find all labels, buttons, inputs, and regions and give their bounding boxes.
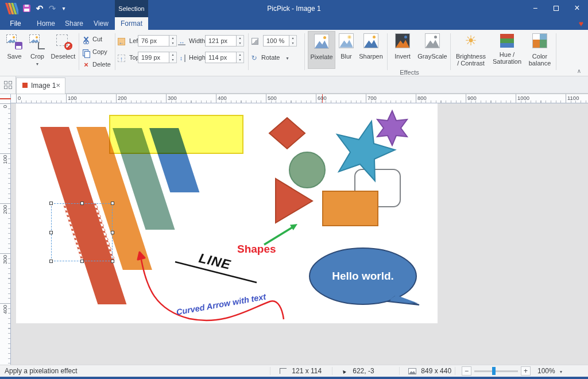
document-icon [22, 83, 28, 88]
pixelate-button[interactable]: Pixelate [308, 31, 335, 69]
zoom-slider[interactable] [474, 370, 518, 372]
zoom-dropdown-icon[interactable]: ▾ [560, 369, 562, 374]
top-input[interactable]: 199 px [138, 52, 169, 63]
workspace: Shapes LINE Curved Arrow with text Hello… [11, 103, 588, 365]
selection-handle-e[interactable] [111, 231, 114, 234]
close-button[interactable]: × [566, 0, 588, 17]
tab-home[interactable]: Home [33, 17, 59, 30]
ribbon: Save Crop▾ Deselect Cut Copy × Delete ← … [0, 30, 588, 76]
hruler-label: 500 [268, 95, 277, 101]
deselect-button[interactable]: Deselect [49, 31, 77, 69]
vruler-label: 200 [2, 205, 8, 214]
title-bar: ↶ ↷ ▾ Selection PicPick - Image 1 − × [0, 0, 588, 17]
left-spinner[interactable]: ▴▾ [169, 35, 177, 47]
height-input[interactable]: 114 px [205, 52, 237, 63]
tab-file[interactable]: File [5, 17, 26, 30]
hue-saturation-icon [500, 34, 514, 48]
selection-size-icon [280, 368, 287, 374]
vruler-label: 400 [2, 305, 8, 314]
selection-handle-n[interactable] [80, 202, 84, 205]
status-selection-size: 121 x 114 [280, 365, 322, 377]
shapes-label: Shapes [237, 243, 276, 256]
vruler-label: 100 [2, 155, 8, 164]
status-message: Apply a pixelation effect [5, 365, 78, 377]
redo-icon[interactable]: ↷ [46, 0, 59, 17]
left-position-icon: ← [118, 38, 125, 45]
sharpen-icon [363, 33, 378, 48]
copy-button[interactable]: Copy [82, 46, 107, 57]
grayscale-icon [425, 33, 440, 48]
scale-input[interactable]: 100 % [263, 35, 289, 47]
tab-close-icon[interactable]: × [56, 78, 60, 93]
sharpen-button[interactable]: Sharpen [357, 31, 385, 69]
ribbon-tab-row: File Home Share View Format ♥ [0, 17, 588, 30]
color-balance-button[interactable]: Colorbalance [525, 31, 554, 69]
hruler-label: 200 [118, 95, 127, 101]
selection-handle-w[interactable] [49, 231, 53, 234]
save-button[interactable]: Save [3, 31, 25, 69]
status-bar: Apply a pixelation effect 121 x 114 ▲ 62… [0, 365, 588, 377]
document-tab-strip: Image 1 × [0, 76, 588, 94]
selection-handle-se[interactable] [111, 260, 114, 263]
delete-button[interactable]: × Delete [82, 59, 111, 70]
maximize-button[interactable] [546, 0, 566, 17]
hue-saturation-button[interactable]: Hue /Saturation [490, 31, 524, 69]
left-input[interactable]: 76 px [138, 35, 169, 47]
cursor-icon: ▲ [338, 365, 350, 378]
tab-share[interactable]: Share [61, 17, 87, 30]
collapse-ribbon-icon[interactable]: ∧ [577, 68, 581, 74]
top-position-icon: ↑ [118, 55, 125, 62]
sun-icon: ☀ [463, 33, 479, 49]
grayscale-button[interactable]: GrayScale [417, 31, 448, 69]
height-icon: ↕ [178, 55, 185, 62]
vruler-label: 0 [2, 105, 8, 108]
width-spinner[interactable]: ▴▾ [237, 35, 244, 47]
height-spinner[interactable]: ▴▾ [237, 52, 244, 63]
crop-icon [38, 42, 45, 49]
context-tab-selection[interactable]: Selection [115, 0, 148, 17]
deselect-icon [64, 42, 72, 50]
document-tab-image1[interactable]: Image 1 × [16, 78, 65, 94]
zoom-out-button[interactable]: − [462, 366, 471, 376]
quick-save-icon[interactable] [23, 5, 30, 12]
horizontal-ruler: 010020030040050060070080090010001100 [0, 94, 588, 103]
vertical-cursor-marker [0, 98, 11, 99]
top-spinner[interactable]: ▴▾ [169, 52, 177, 63]
zoom-percentage[interactable]: 100% ▾ [537, 365, 562, 377]
zoom-slider-thumb[interactable] [492, 367, 496, 375]
zoom-in-button[interactable]: + [521, 366, 531, 376]
selection-rectangle[interactable] [51, 203, 113, 261]
invert-icon [395, 33, 410, 48]
blur-button[interactable]: Blur [336, 31, 356, 69]
hruler-label: 1100 [567, 95, 579, 101]
vruler-label: 300 [2, 255, 8, 264]
image-canvas[interactable]: Shapes LINE Curved Arrow with text Hello… [16, 103, 438, 323]
maximize-icon [554, 6, 559, 11]
undo-icon[interactable]: ↶ [33, 0, 46, 17]
brightness-contrast-button[interactable]: ☀ Brightness/ Contrast [453, 31, 489, 69]
window-layout-button[interactable] [0, 76, 16, 94]
invert-button[interactable]: Invert [390, 31, 415, 69]
tab-format[interactable]: Format [115, 17, 148, 30]
crop-dropdown-icon[interactable]: ▾ [36, 61, 38, 67]
selection-handle-nw[interactable] [49, 202, 53, 205]
cut-button[interactable]: Cut [82, 33, 102, 45]
circle-shape [289, 152, 325, 188]
rotate-button[interactable]: ↻ Rotate ▾ [250, 51, 289, 64]
picpick-logo-icon [5, 3, 18, 14]
hruler-label: 900 [467, 95, 477, 101]
rotate-dropdown-icon[interactable]: ▾ [287, 56, 289, 61]
heart-icon[interactable]: ♥ [579, 18, 583, 29]
selection-handle-sw[interactable] [49, 260, 53, 263]
tab-view[interactable]: View [90, 17, 113, 30]
copy-icon [83, 49, 90, 57]
purple-star-shape [377, 111, 407, 145]
selection-handle-s[interactable] [80, 260, 84, 263]
scale-spinner[interactable]: ▴▾ [289, 35, 297, 47]
customize-qat-icon[interactable]: ▾ [57, 0, 70, 17]
status-accent-strip [0, 377, 588, 379]
minimize-button[interactable]: − [525, 0, 546, 17]
width-input[interactable]: 121 px [205, 35, 237, 47]
selection-handle-ne[interactable] [111, 202, 114, 205]
crop-button[interactable]: Crop▾ [26, 31, 48, 69]
